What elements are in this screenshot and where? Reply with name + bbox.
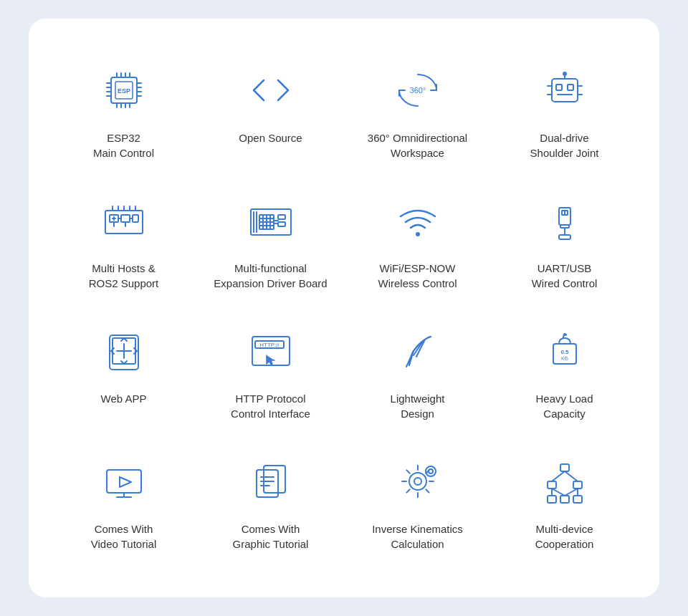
- esp32-icon: ESP: [95, 62, 153, 119]
- svg-line-106: [565, 471, 578, 481]
- svg-rect-104: [573, 496, 582, 503]
- svg-rect-32: [121, 215, 130, 222]
- svg-rect-103: [560, 496, 569, 503]
- svg-point-25: [563, 72, 566, 75]
- feature-lightweight: LightweightDesign: [344, 308, 491, 438]
- circuit-icon: [95, 192, 153, 249]
- svg-line-108: [552, 489, 565, 496]
- svg-point-88: [414, 478, 421, 485]
- svg-text:ESP: ESP: [117, 87, 130, 95]
- svg-rect-102: [548, 496, 556, 503]
- http-icon: HTTP://: [242, 322, 300, 380]
- wifi-icon: [389, 192, 446, 249]
- svg-line-110: [565, 489, 578, 496]
- svg-rect-99: [560, 464, 569, 471]
- heavy-load-label: Heavy LoadCapacity: [535, 391, 593, 421]
- svg-rect-62: [565, 211, 568, 215]
- feature-wifi: WiFi/ESP-NOWWireless Control: [344, 178, 491, 308]
- svg-line-93: [406, 470, 409, 473]
- feature-esp32: ESP: [50, 47, 197, 178]
- svg-point-87: [409, 473, 426, 490]
- weight-icon: 0.5 KG: [536, 322, 593, 380]
- svg-point-59: [416, 232, 420, 236]
- feature-heavy-load: 0.5 KG Heavy LoadCapacity: [491, 308, 638, 438]
- multi-device-label: Multi-deviceCooperation: [535, 521, 594, 552]
- svg-text:KG: KG: [560, 356, 568, 361]
- lightweight-label: LightweightDesign: [391, 391, 445, 421]
- svg-line-105: [552, 471, 565, 481]
- feature-uart: UART/USBWired Control: [491, 178, 638, 308]
- svg-rect-101: [573, 481, 582, 489]
- feature-webapp: Web APP: [50, 308, 197, 438]
- feature-shoulder: Dual-driveShoulder Joint: [491, 47, 638, 178]
- svg-text:HTTP://: HTTP://: [259, 342, 280, 348]
- usb-icon: [536, 192, 593, 249]
- svg-line-95: [406, 489, 409, 492]
- feature-video-tutorial: Comes WithVideo Tutorial: [50, 438, 197, 569]
- feature-kinematics: Inverse KinematicsCalculation: [344, 438, 491, 569]
- feature-open-source: Open Source: [197, 47, 344, 178]
- svg-rect-21: [556, 85, 562, 90]
- svg-rect-47: [278, 215, 285, 219]
- 360-label: 360° OmnidirectionalWorkspace: [368, 130, 467, 160]
- kinematics-label: Inverse KinematicsCalculation: [372, 521, 463, 552]
- svg-line-94: [426, 489, 429, 492]
- network-icon: [536, 453, 593, 510]
- feather-icon: [389, 322, 446, 380]
- robot-icon: [536, 62, 593, 119]
- svg-text:0.5: 0.5: [560, 349, 569, 355]
- feature-http: HTTP:// HTTP ProtocolControl Interface: [197, 308, 344, 438]
- svg-point-77: [563, 333, 566, 336]
- http-label: HTTP ProtocolControl Interface: [231, 391, 310, 421]
- svg-rect-78: [107, 470, 141, 493]
- multi-hosts-label: Multi Hosts &ROS2 Support: [89, 261, 159, 291]
- svg-rect-22: [568, 85, 573, 90]
- feature-multi-device: Multi-deviceCooperation: [491, 438, 638, 569]
- document-icon: [242, 453, 300, 510]
- video-icon: [95, 453, 153, 510]
- feature-360: 360° 360° OmnidirectionalWorkspace: [344, 47, 491, 178]
- svg-rect-48: [278, 222, 285, 226]
- open-source-label: Open Source: [239, 130, 302, 145]
- esp32-label: ESP32Main Control: [93, 130, 154, 160]
- svg-rect-100: [548, 481, 556, 489]
- svg-point-98: [429, 469, 433, 473]
- svg-rect-65: [559, 235, 570, 239]
- kinematics-icon: [389, 453, 446, 510]
- feature-expansion: Multi-functionalExpansion Driver Board: [197, 178, 344, 308]
- feature-graphic-tutorial: Comes WithGraphic Tutorial: [197, 438, 344, 569]
- svg-text:360°: 360°: [409, 86, 426, 95]
- expansion-label: Multi-functionalExpansion Driver Board: [214, 261, 327, 291]
- graphic-tutorial-label: Comes WithGraphic Tutorial: [233, 521, 309, 552]
- board-icon: [242, 192, 300, 249]
- video-tutorial-label: Comes WithVideo Tutorial: [91, 521, 156, 552]
- shoulder-label: Dual-driveShoulder Joint: [530, 130, 599, 160]
- svg-marker-79: [120, 477, 131, 487]
- svg-rect-33: [133, 215, 138, 222]
- webapp-label: Web APP: [101, 391, 147, 406]
- 360-icon: 360°: [389, 62, 446, 119]
- webapp-icon: [95, 322, 153, 380]
- wifi-label: WiFi/ESP-NOWWireless Control: [378, 261, 457, 291]
- feature-multi-hosts: Multi Hosts &ROS2 Support: [50, 178, 197, 308]
- code-icon: [242, 62, 300, 119]
- uart-label: UART/USBWired Control: [532, 261, 598, 291]
- feature-grid: ESP: [29, 19, 659, 597]
